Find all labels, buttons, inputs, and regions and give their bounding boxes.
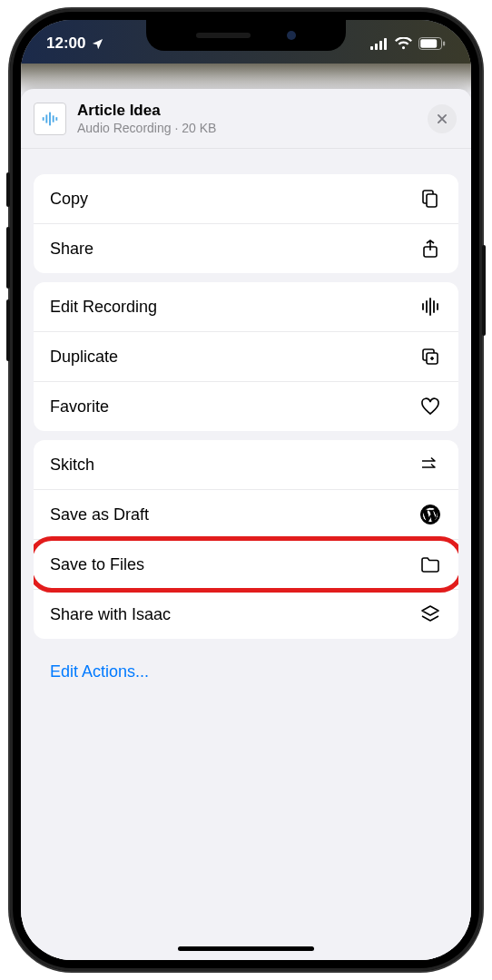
audio-waveform-icon bbox=[40, 109, 60, 129]
copy-icon bbox=[418, 187, 442, 211]
row-label: Skitch bbox=[50, 456, 94, 475]
home-indicator[interactable] bbox=[178, 946, 314, 951]
action-group: Copy Share bbox=[34, 174, 458, 273]
volume-down-button bbox=[6, 299, 10, 361]
svg-rect-5 bbox=[420, 39, 437, 48]
mute-switch bbox=[6, 172, 10, 207]
file-subtitle: Audio Recording · 20 KB bbox=[77, 121, 417, 135]
save-as-draft-row[interactable]: Save as Draft bbox=[34, 489, 458, 539]
folder-icon bbox=[418, 553, 442, 576]
cellular-icon bbox=[370, 38, 389, 50]
wifi-icon bbox=[395, 37, 412, 50]
close-button[interactable] bbox=[428, 104, 457, 133]
wordpress-icon bbox=[418, 503, 442, 526]
duplicate-row[interactable]: Duplicate bbox=[34, 331, 458, 381]
svg-rect-11 bbox=[55, 117, 57, 121]
favorite-row[interactable]: Favorite bbox=[34, 381, 458, 431]
status-time: 12:00 bbox=[46, 34, 85, 53]
svg-rect-2 bbox=[379, 41, 382, 50]
svg-rect-12 bbox=[427, 194, 437, 207]
close-icon bbox=[436, 113, 448, 125]
row-label: Edit Recording bbox=[50, 298, 157, 317]
edit-actions-link[interactable]: Edit Actions... bbox=[34, 648, 458, 696]
location-icon bbox=[91, 37, 104, 51]
svg-rect-8 bbox=[45, 114, 47, 122]
share-row[interactable]: Share bbox=[34, 223, 458, 273]
row-label: Share bbox=[50, 240, 93, 259]
share-with-isaac-row[interactable]: Share with Isaac bbox=[34, 589, 458, 639]
action-group: Skitch Save as Draft Save to Files bbox=[34, 440, 458, 639]
action-group: Edit Recording Duplicate Favorite bbox=[34, 282, 458, 431]
svg-rect-9 bbox=[49, 112, 51, 125]
heart-icon bbox=[418, 395, 442, 418]
svg-rect-7 bbox=[43, 117, 44, 121]
edit-recording-row[interactable]: Edit Recording bbox=[34, 282, 458, 331]
file-thumbnail bbox=[34, 103, 66, 135]
row-label: Favorite bbox=[50, 397, 109, 416]
file-title: Article Idea bbox=[77, 102, 417, 120]
actions-container: Copy Share Edit Recording bbox=[21, 149, 471, 696]
sheet-header: Article Idea Audio Recording · 20 KB bbox=[21, 89, 471, 149]
screen: 12:00 bbox=[21, 20, 471, 960]
row-label: Copy bbox=[50, 190, 88, 209]
volume-up-button bbox=[6, 227, 10, 289]
row-label: Save to Files bbox=[50, 555, 144, 574]
power-button bbox=[482, 245, 486, 336]
svg-rect-10 bbox=[53, 115, 54, 122]
stack-icon bbox=[418, 603, 442, 626]
row-label: Save as Draft bbox=[50, 505, 149, 524]
duplicate-icon bbox=[418, 345, 442, 368]
share-icon bbox=[418, 237, 442, 260]
svg-rect-3 bbox=[384, 38, 387, 50]
copy-row[interactable]: Copy bbox=[34, 174, 458, 223]
svg-rect-1 bbox=[375, 44, 378, 50]
battery-icon bbox=[418, 37, 446, 50]
skitch-icon bbox=[418, 453, 442, 476]
share-sheet: Article Idea Audio Recording · 20 KB Cop… bbox=[21, 89, 471, 960]
skitch-row[interactable]: Skitch bbox=[34, 440, 458, 489]
row-label: Duplicate bbox=[50, 348, 118, 367]
notch bbox=[146, 20, 346, 51]
waveform-icon bbox=[418, 295, 442, 318]
edit-actions-label: Edit Actions... bbox=[50, 662, 149, 681]
save-to-files-row[interactable]: Save to Files bbox=[34, 539, 458, 589]
svg-rect-6 bbox=[443, 42, 445, 46]
device-frame: 12:00 bbox=[10, 9, 482, 971]
svg-rect-0 bbox=[370, 46, 373, 50]
row-label: Share with Isaac bbox=[50, 605, 171, 624]
